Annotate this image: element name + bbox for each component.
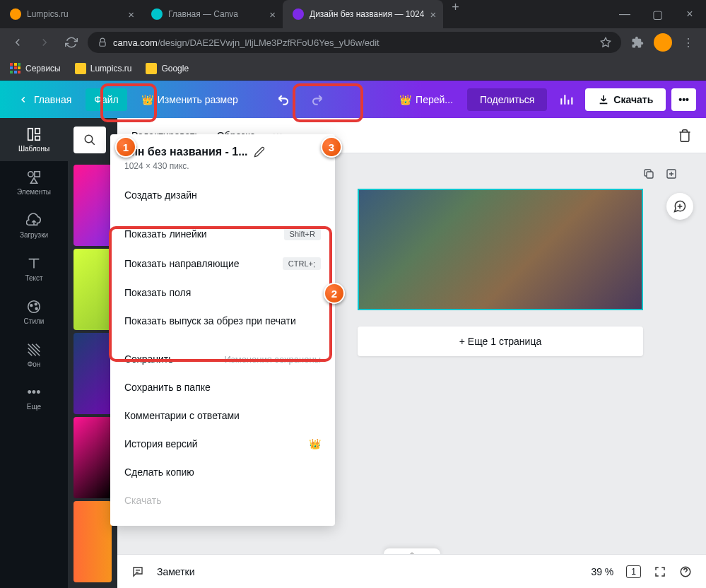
menu-show-rulers[interactable]: Показать линейкиShift+R <box>110 219 335 249</box>
bookmark-item[interactable]: Lumpics.ru <box>75 63 132 74</box>
url-domain: canva.com <box>113 37 158 48</box>
menu-create-design[interactable]: Создать дизайн <box>110 181 335 209</box>
canvas-footer: Заметки 39 % 1 <box>117 554 706 588</box>
close-icon[interactable]: × <box>269 8 276 20</box>
template-thumb[interactable] <box>73 249 112 330</box>
browser-tabs: Lumpics.ru × Главная — Canva × Дизайн бе… <box>0 0 608 28</box>
minimize-button[interactable]: — <box>608 0 641 28</box>
home-button[interactable]: Главная <box>10 88 80 111</box>
sidebar-item-styles[interactable]: Стили <box>0 290 68 334</box>
comment-button[interactable] <box>666 193 693 220</box>
sidebar-item-text[interactable]: Текст <box>0 247 68 290</box>
duplicate-page-button[interactable] <box>642 167 655 180</box>
reload-button[interactable] <box>61 32 82 53</box>
zoom-level[interactable]: 39 % <box>591 566 613 577</box>
redo-button[interactable] <box>303 86 330 113</box>
svg-point-9 <box>35 307 37 310</box>
uploads-icon <box>26 213 42 228</box>
canvas-page[interactable] <box>358 189 643 310</box>
menu-make-copy[interactable]: Сделать копию <box>110 458 335 486</box>
templates-icon <box>26 127 42 142</box>
more-icon: ••• <box>28 385 41 400</box>
forward-button[interactable] <box>34 32 55 53</box>
search-button[interactable] <box>73 127 106 153</box>
sidebar-item-uploads[interactable]: Загрузки <box>0 204 68 247</box>
browser-tab[interactable]: Lumpics.ru × <box>0 0 141 28</box>
sidebar-item-more[interactable]: •••Еще <box>0 377 68 419</box>
close-window-button[interactable]: × <box>673 0 706 28</box>
delete-button[interactable] <box>678 129 692 143</box>
back-button[interactable] <box>7 32 28 53</box>
notes-button[interactable]: Заметки <box>157 566 195 577</box>
add-page-button[interactable] <box>665 167 678 180</box>
maximize-button[interactable]: ▢ <box>641 0 673 28</box>
upgrade-button[interactable]: 👑Перей... <box>391 88 461 111</box>
annotation-badge: 1 <box>115 136 136 158</box>
svg-rect-2 <box>35 129 40 134</box>
sidebar-item-elements[interactable]: Элементы <box>0 161 68 204</box>
styles-icon <box>26 299 42 314</box>
bookmark-apps[interactable]: Сервисы <box>10 63 61 74</box>
crown-icon: 👑 <box>141 94 153 105</box>
annotation-badge: 3 <box>321 136 342 158</box>
sidebar-item-templates[interactable]: Шаблоны <box>0 118 68 161</box>
url-path: /design/DAE2EVwjn_l/ljLMe3PzfRFoU6Yes_yU… <box>158 37 380 48</box>
tab-title: Lumpics.ru <box>27 9 122 19</box>
tab-title: Главная — Canva <box>168 9 264 19</box>
text-icon <box>26 256 42 271</box>
browser-menu-button[interactable]: ⋮ <box>678 32 699 53</box>
analytics-button[interactable] <box>553 86 579 113</box>
template-thumb[interactable] <box>73 417 112 498</box>
comment-icon <box>673 199 687 213</box>
menu-save-folder[interactable]: Сохранить в папке <box>110 373 335 401</box>
close-icon[interactable]: × <box>128 8 134 20</box>
bookmark-item[interactable]: Google <box>146 63 189 74</box>
new-tab-button[interactable]: + <box>443 0 468 28</box>
undo-button[interactable] <box>271 86 298 113</box>
page-count-button[interactable]: 1 <box>626 565 641 578</box>
search-icon <box>83 134 96 146</box>
design-title[interactable]: айн без названия - 1... <box>110 146 335 161</box>
menu-show-guides[interactable]: Показать направляющиеCTRL+; <box>110 249 335 278</box>
menu-comments[interactable]: Комментарии с ответами <box>110 401 335 430</box>
window-controls: — ▢ × <box>608 0 706 28</box>
fullscreen-button[interactable] <box>654 565 666 578</box>
menu-show-bleed[interactable]: Показать выпуск за обрез при печати <box>110 307 335 335</box>
file-menu-button[interactable]: Файл <box>86 88 127 111</box>
browser-titlebar: Lumpics.ru × Главная — Canva × Дизайн бе… <box>0 0 706 28</box>
resize-button[interactable]: 👑Изменить размер <box>133 88 247 111</box>
side-panel: Шаблоны Элементы Загрузки Текст Стили Фо… <box>0 118 68 588</box>
close-icon[interactable]: × <box>430 8 436 20</box>
url-input[interactable]: canva.com/design/DAE2EVwjn_l/ljLMe3PzfRF… <box>88 32 621 53</box>
menu-download[interactable]: Скачать <box>110 486 335 514</box>
download-icon <box>598 94 609 105</box>
menu-show-margins[interactable]: Показать поля <box>110 278 335 307</box>
apps-icon <box>10 63 21 74</box>
extensions-button[interactable] <box>627 32 648 53</box>
browser-tab[interactable]: Главная — Canva × <box>141 0 283 28</box>
svg-rect-3 <box>35 136 40 141</box>
browser-tab-active[interactable]: Дизайн без названия — 1024 × <box>283 0 443 28</box>
save-status: Изменения сохранены <box>224 354 321 365</box>
sidebar-item-background[interactable]: Фон <box>0 334 68 377</box>
more-button[interactable]: ••• <box>671 88 696 111</box>
menu-version-history[interactable]: История версий👑 <box>110 430 335 458</box>
elements-icon <box>26 170 42 185</box>
svg-rect-0 <box>100 42 105 46</box>
canva-toolbar: Главная Файл 👑Изменить размер 👑Перей... … <box>0 81 706 118</box>
download-button[interactable]: Скачать <box>585 88 666 111</box>
add-page-panel[interactable]: + Еще 1 страница <box>358 327 643 356</box>
tab-title: Дизайн без названия — 1024 <box>310 9 424 19</box>
help-button[interactable] <box>679 565 692 578</box>
template-thumb[interactable] <box>73 333 112 414</box>
template-thumb[interactable] <box>73 165 112 246</box>
background-icon <box>26 342 42 358</box>
menu-save[interactable]: СохранитьИзменения сохранены <box>110 345 335 373</box>
bookmarks-bar: Сервисы Lumpics.ru Google <box>0 57 706 81</box>
annotation-badge: 2 <box>324 283 345 304</box>
share-button[interactable]: Поделиться <box>467 88 547 111</box>
template-thumb[interactable] <box>73 501 112 582</box>
profile-avatar[interactable] <box>654 33 672 52</box>
svg-rect-11 <box>647 172 653 178</box>
star-icon[interactable] <box>600 37 611 48</box>
